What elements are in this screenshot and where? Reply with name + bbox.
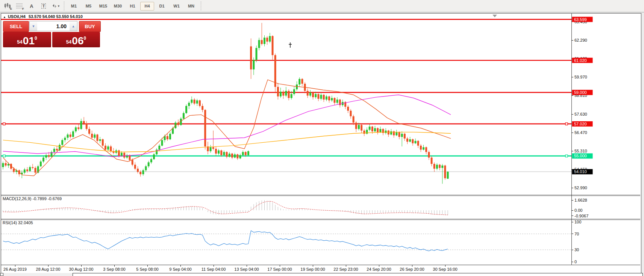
- svg-text:59.000: 59.000: [574, 90, 587, 95]
- timeframe-M15[interactable]: M15: [96, 2, 110, 11]
- chart-canvas[interactable]: 63.45062.29061.13059.97058.81057.63056.4…: [1, 14, 640, 272]
- timeframe-H1[interactable]: H1: [126, 2, 139, 11]
- svg-text:9 Sep 04:00: 9 Sep 04:00: [169, 267, 191, 271]
- svg-text:52.990: 52.990: [574, 186, 587, 190]
- svg-text:3 Sep 08:00: 3 Sep 08:00: [103, 267, 125, 271]
- svg-text:30 Aug 12:00: 30 Aug 12:00: [69, 267, 94, 271]
- macd-indicator-label: MACD(12,26,9) -0.7899 -0.6769: [3, 196, 62, 201]
- timeframe-M1[interactable]: M1: [67, 2, 81, 11]
- timeframe-W1[interactable]: W1: [170, 2, 183, 11]
- bottom-strip-tab: [0, 273, 3, 276]
- timeframe-H4[interactable]: H4: [140, 2, 154, 11]
- svg-text:61.020: 61.020: [574, 58, 587, 63]
- svg-text:57.020: 57.020: [574, 122, 587, 126]
- svg-text:0.00: 0.00: [574, 208, 582, 213]
- timeframe-M30[interactable]: M30: [111, 2, 125, 11]
- candlestick-chart-icon[interactable]: E: [2, 1, 14, 11]
- bottom-strip-bar: [73, 273, 643, 276]
- svg-text:59.970: 59.970: [574, 75, 587, 79]
- trading-terminal-screen: EFAT▾ M1M5M15M30H1H4D1W1MN 63.45062.2906…: [0, 0, 644, 276]
- text-font-icon[interactable]: A: [26, 1, 38, 11]
- volume-increase-button[interactable]: ▲: [70, 21, 77, 31]
- ask-price-sup: 0: [83, 32, 86, 45]
- bid-price-big: 01: [23, 36, 35, 46]
- trade-widget: SELL ▼ ▲ BUY 54010 54060: [3, 21, 100, 47]
- macd-layer: 1.66280.00-0.9067: [3, 198, 588, 218]
- svg-text:28 Aug 12:00: 28 Aug 12:00: [36, 267, 61, 271]
- volume-input[interactable]: [37, 21, 70, 31]
- svg-text:26 Aug 2019: 26 Aug 2019: [3, 267, 27, 271]
- svg-text:19 Sep 00:00: 19 Sep 00:00: [300, 267, 325, 271]
- svg-text:5 Sep 08:00: 5 Sep 08:00: [136, 267, 158, 271]
- toolbar-separator: [201, 2, 201, 11]
- symbol-ohlc-values: 53.570 54.040 53.550 54.010: [29, 14, 83, 19]
- svg-text:70: 70: [574, 232, 579, 236]
- bottom-strip: [0, 273, 644, 276]
- svg-text:0: 0: [574, 259, 577, 264]
- svg-text:30: 30: [574, 247, 579, 252]
- cross-marker: [289, 42, 292, 48]
- price-axis-ticks: 63.45062.29061.13059.97058.81057.63056.4…: [571, 20, 587, 190]
- svg-text:62.290: 62.290: [574, 38, 587, 42]
- timeframe-group: M1M5M15M30H1H4D1W1MN: [67, 2, 199, 11]
- toolbar: EFAT▾ M1M5M15M30H1H4D1W1MN: [0, 0, 644, 12]
- svg-text:55.310: 55.310: [574, 149, 587, 153]
- svg-text:30 Sep 16:00: 30 Sep 16:00: [433, 267, 457, 271]
- buy-button[interactable]: BUY: [79, 21, 101, 32]
- ask-price-small: 54: [66, 38, 71, 46]
- svg-text:56.470: 56.470: [574, 130, 587, 135]
- svg-text:17 Sep 00:00: 17 Sep 00:00: [267, 267, 292, 271]
- svg-text:54.010: 54.010: [574, 169, 587, 174]
- timeframe-MN[interactable]: MN: [184, 2, 198, 11]
- time-axis: 26 Aug 201928 Aug 12:0030 Aug 12:003 Sep…: [3, 265, 458, 271]
- timeframe-M5[interactable]: M5: [82, 2, 95, 11]
- svg-text:22 Sep 23:00: 22 Sep 23:00: [333, 267, 358, 271]
- svg-text:63.599: 63.599: [574, 17, 587, 22]
- grid-icon[interactable]: F: [14, 1, 26, 11]
- svg-text:26 Sep 20:00: 26 Sep 20:00: [400, 267, 424, 271]
- bid-price-panel[interactable]: 54010: [3, 32, 51, 47]
- svg-text:24 Sep 20:00: 24 Sep 20:00: [367, 267, 391, 271]
- bid-price-sup: 0: [35, 32, 37, 45]
- svg-text:1.6628: 1.6628: [574, 198, 587, 202]
- rsi-layer: 10070300: [1, 220, 581, 264]
- svg-text:11 Sep 04:00: 11 Sep 04:00: [202, 267, 226, 271]
- svg-text:57.630: 57.630: [574, 112, 587, 116]
- arrange-arrows-icon[interactable]: ▾: [50, 1, 62, 11]
- symbol-name: USOil,H4: [8, 14, 26, 19]
- text-label-icon[interactable]: T: [38, 1, 50, 11]
- ma-fast-line: [3, 80, 451, 176]
- sell-button[interactable]: SELL: [3, 21, 29, 32]
- svg-text:55.000: 55.000: [574, 154, 587, 158]
- symbol-info: ▲USOil,H453.570 54.040 53.550 54.010: [3, 14, 83, 19]
- bid-price-small: 54: [17, 38, 22, 46]
- toolbar-separator: [64, 2, 64, 11]
- svg-text:-0.9067: -0.9067: [574, 214, 588, 218]
- ask-price-panel[interactable]: 54060: [52, 32, 100, 47]
- svg-text:13 Sep 04:00: 13 Sep 04:00: [234, 267, 259, 271]
- chart-window: 63.45062.29061.13059.97058.81057.63056.4…: [1, 13, 641, 273]
- svg-text:100: 100: [574, 220, 581, 224]
- rsi-indicator-label: RSI(14) 32.0405: [3, 220, 33, 225]
- toolbar-icon-group: EFAT▾: [2, 1, 62, 11]
- volume-decrease-button[interactable]: ▼: [29, 21, 37, 31]
- timeframe-D1[interactable]: D1: [155, 2, 169, 11]
- collapse-triangle-icon[interactable]: ▲: [3, 15, 6, 19]
- chart-menu-triangle-icon[interactable]: [492, 15, 497, 17]
- ask-price-big: 06: [72, 36, 83, 46]
